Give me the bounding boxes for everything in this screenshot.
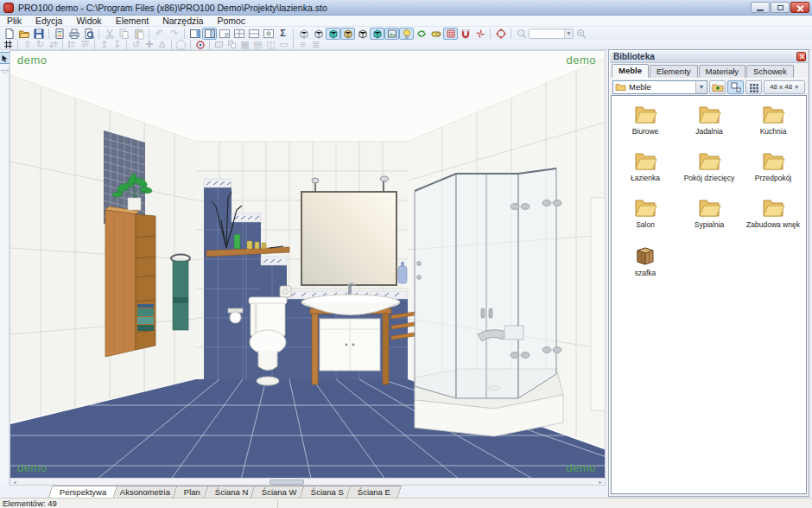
circle-button[interactable]: ◯ <box>174 40 187 49</box>
extra-button-1[interactable]: ≡ <box>296 40 309 49</box>
curve-button[interactable]: ↺ <box>130 40 143 49</box>
tab-aksonometria[interactable]: Aksonometria <box>109 486 182 498</box>
window-layout-button-2[interactable] <box>217 28 232 40</box>
group-button-6[interactable]: ▭ <box>277 40 290 49</box>
rotate-view-button[interactable] <box>414 28 428 40</box>
magnet-button[interactable] <box>458 28 473 40</box>
horizontal-scrollbar[interactable]: ◄ ► <box>10 478 605 485</box>
view-mode-shade-button[interactable] <box>370 28 384 40</box>
tab-perspektywa[interactable]: Perspektywa <box>48 486 118 498</box>
view-mode-contour-button[interactable] <box>355 28 370 40</box>
move-grid-button[interactable] <box>2 40 15 49</box>
open-file-button[interactable] <box>16 28 31 40</box>
library-folder[interactable]: Pokój dziecięcy <box>677 149 741 182</box>
chevron-down-icon[interactable]: ▼ <box>564 29 573 38</box>
window-layout-button-4[interactable] <box>246 28 261 40</box>
menu-edycja[interactable]: Edycja <box>29 16 70 27</box>
library-folder[interactable]: Kuchnia <box>741 103 805 136</box>
scroll-right-icon[interactable]: ► <box>597 479 604 485</box>
crosshair-button[interactable] <box>193 40 206 49</box>
step-up-button[interactable]: ↥ <box>98 40 111 49</box>
close-button[interactable] <box>790 2 809 13</box>
library-path-select[interactable]: Meble ▼ <box>612 80 707 94</box>
add-button[interactable]: ✚ <box>143 40 155 49</box>
icon-size-select[interactable]: 48 x 48 ▼ <box>764 80 805 94</box>
library-folder[interactable]: Łazienka <box>613 149 677 182</box>
menu-widok[interactable]: Widok <box>69 16 108 27</box>
menu-element[interactable]: Element <box>109 16 156 27</box>
tab-schowek[interactable]: Schowek <box>746 65 794 78</box>
light-button[interactable] <box>399 28 414 40</box>
print-preview-button[interactable] <box>81 28 96 40</box>
library-folder[interactable]: Sypialnia <box>677 196 741 229</box>
flip-button[interactable]: ⇄ <box>47 40 60 49</box>
align-left-button[interactable] <box>66 40 79 49</box>
library-folder[interactable]: Salon <box>613 196 677 229</box>
group-button-1[interactable] <box>213 40 225 49</box>
library-folder[interactable]: Zabudowa wnęk <box>741 196 805 229</box>
paste-button[interactable] <box>131 28 146 40</box>
view-mode-hidden-button[interactable] <box>311 28 326 40</box>
rotate-button[interactable]: ↻ <box>34 40 47 49</box>
list-view-button[interactable] <box>745 80 762 94</box>
measure-button[interactable] <box>428 28 443 40</box>
window-layout-button-5[interactable] <box>261 28 276 40</box>
tab-materialy[interactable]: Materiały <box>699 65 746 78</box>
copy-button[interactable] <box>117 28 131 40</box>
library-folder[interactable]: Jadalnia <box>677 103 741 136</box>
library-title-bar[interactable]: Biblioteka <box>610 51 808 63</box>
grid-button[interactable] <box>443 28 458 40</box>
tab-elementy[interactable]: Elementy <box>650 65 698 78</box>
view-mode-texture-button[interactable] <box>340 28 355 40</box>
menu-pomoc[interactable]: Pomoc <box>210 16 252 27</box>
window-layout-button-1[interactable] <box>202 28 217 40</box>
group-button-5[interactable]: ◫ <box>264 40 277 49</box>
extra-button-2[interactable]: ≣ <box>309 40 322 49</box>
select-tool-button[interactable] <box>0 53 10 63</box>
menu-narzedzia[interactable]: Narzędzia <box>155 16 210 27</box>
library-folder[interactable]: Przedpokój <box>741 149 805 182</box>
group-button-2[interactable] <box>225 40 238 49</box>
menu-plik[interactable]: Plik <box>0 16 29 27</box>
library-item-szafka[interactable]: szafka <box>613 244 677 277</box>
library-panel-button[interactable] <box>187 28 202 40</box>
group-button-3[interactable]: ▦ <box>238 40 251 49</box>
zoom-out-button[interactable] <box>514 28 529 40</box>
zoom-level-select[interactable]: ▼ <box>529 29 574 39</box>
tab-sciana-e[interactable]: Ściana E <box>346 486 402 498</box>
dimension-tool-button[interactable] <box>0 65 10 75</box>
snap-button[interactable] <box>473 28 487 40</box>
sum-button[interactable]: Σ <box>276 28 290 40</box>
align-top-button[interactable] <box>79 40 92 49</box>
scrollbar-thumb[interactable] <box>270 479 304 485</box>
large-icons-view-button[interactable] <box>727 80 744 94</box>
view-mode-photo-button[interactable] <box>384 28 399 40</box>
library-close-button[interactable] <box>796 52 806 61</box>
step-down-button[interactable]: ↧ <box>111 40 124 49</box>
new-file-button[interactable] <box>2 28 16 40</box>
raise-button[interactable]: ⇧ <box>21 40 34 49</box>
zoom-in-button[interactable] <box>574 28 588 40</box>
center-view-button[interactable] <box>493 28 508 40</box>
minimize-button[interactable] <box>751 2 770 13</box>
library-folder[interactable]: Biurowe <box>613 103 677 136</box>
report-button[interactable] <box>52 28 67 40</box>
print-button[interactable] <box>67 28 81 40</box>
scroll-left-icon[interactable]: ◄ <box>11 479 18 485</box>
view-mode-color-button[interactable] <box>326 28 340 40</box>
redo-button[interactable]: ↷ <box>167 28 181 40</box>
window-layout-button-3[interactable] <box>232 28 246 40</box>
save-file-button[interactable] <box>31 28 46 40</box>
folder-up-button[interactable] <box>709 80 726 94</box>
tab-meble[interactable]: Meble <box>612 64 649 78</box>
view-mode-wireframe-button[interactable] <box>296 28 311 40</box>
undo-button[interactable]: ↶ <box>152 28 167 40</box>
group-button-4[interactable]: ▤ <box>251 40 264 49</box>
angle-button[interactable]: ∆ <box>155 40 168 49</box>
maximize-button[interactable] <box>771 2 790 13</box>
title-bar[interactable]: PRO100 demo - C:\Program Files (x86)\PRO… <box>0 0 812 16</box>
folder-icon <box>632 103 658 125</box>
chevron-down-icon[interactable]: ▼ <box>695 81 707 93</box>
cut-button[interactable] <box>102 28 117 40</box>
design-viewport[interactable]: demo demo demo demo <box>10 50 606 486</box>
